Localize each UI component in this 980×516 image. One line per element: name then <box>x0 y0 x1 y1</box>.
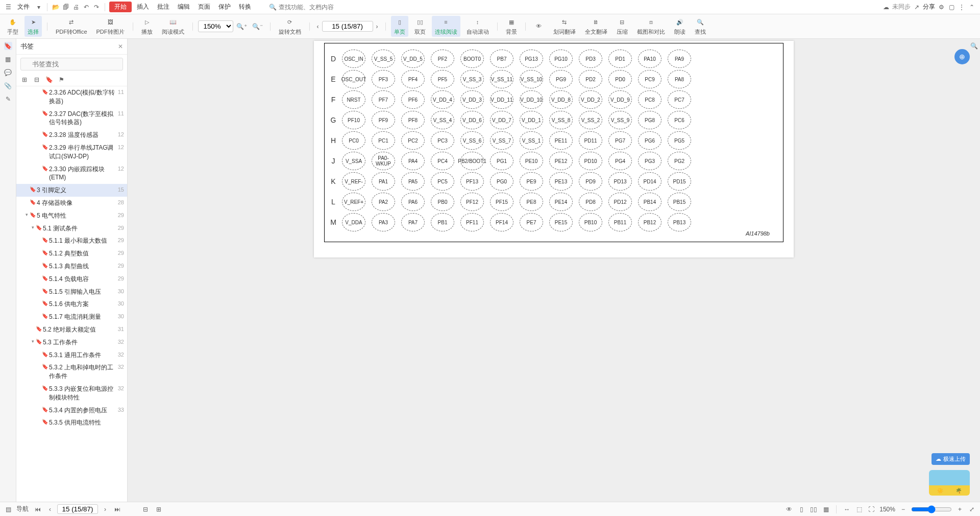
share-icon[interactable]: ↗ <box>913 3 921 11</box>
bookmark-item[interactable]: 🔖5.1.2 典型数值29 <box>16 247 127 260</box>
bookmark-item[interactable]: 🔖5.2 绝对最大额定值31 <box>16 323 127 336</box>
bookmark-item[interactable]: 🔖3 引脚定义15 <box>16 184 127 197</box>
bookmark-item[interactable]: 🔖5.1.7 电流消耗测量30 <box>16 311 127 323</box>
next-page-icon[interactable]: › <box>374 22 380 31</box>
undo-icon[interactable]: ↶ <box>82 3 90 11</box>
fit-minus-icon[interactable]: ⊟ <box>141 505 150 514</box>
view-mode-icon[interactable]: 👁 <box>785 505 793 513</box>
save-icon[interactable]: 🗐 <box>62 3 70 11</box>
compare-button[interactable]: ⧈截图和对比 <box>634 16 668 37</box>
zoom-out-status-icon[interactable]: − <box>899 505 907 514</box>
layout1-icon[interactable]: ▯ <box>797 505 805 513</box>
collapse-all-icon[interactable]: ⊟ <box>33 76 41 84</box>
compress-button[interactable]: ⊟压缩 <box>614 16 631 37</box>
bookmark-item[interactable]: 🔖5.3.2 上电和掉电时的工作条件32 <box>16 361 127 383</box>
fullscreen-icon[interactable]: ⛶ <box>867 505 875 513</box>
bookmark-item[interactable]: 🔖2.3.30 内嵌跟踪模块(ETM)12 <box>16 163 127 184</box>
assistant-badge[interactable]: ⊕ <box>954 49 970 64</box>
thumbnail-tab-icon[interactable]: ▦ <box>4 55 12 63</box>
bookmark-item[interactable]: 🔖5.3.3 内嵌复位和电源控制模块特性32 <box>16 383 127 404</box>
single-page[interactable]: ▯单页 <box>391 16 408 37</box>
status-page-input[interactable] <box>57 504 98 514</box>
start-tab[interactable]: 开始 <box>109 2 132 12</box>
skin-icon[interactable]: ▢ <box>947 3 955 11</box>
bookmark-item[interactable]: 🔖2.3.26 ADC(模拟/数字转换器)11 <box>16 86 127 108</box>
edit-tab[interactable]: 编辑 <box>175 2 193 12</box>
select-tool[interactable]: ➤选择 <box>24 16 42 37</box>
cloud-icon[interactable]: ☁ <box>882 3 890 11</box>
comment-tab-icon[interactable]: 💬 <box>4 68 12 77</box>
dict-translate[interactable]: ⇆划词翻译 <box>550 16 579 37</box>
promo-float[interactable]: ☀️ 🌴 <box>929 470 970 496</box>
convert-tab[interactable]: 转换 <box>236 2 254 12</box>
bookmark-opt-icon[interactable]: ⚑ <box>57 76 65 84</box>
pdf-to-image[interactable]: 🖼PDF转图片 <box>93 16 128 37</box>
hamburger-icon[interactable]: ☰ <box>4 3 12 11</box>
bookmark-item[interactable]: 🔖2.3.27 DAC(数字至模拟信号转换器)11 <box>16 108 127 129</box>
prev-page-icon[interactable]: ‹ <box>315 22 321 31</box>
prev-page-status-icon[interactable]: ‹ <box>47 505 53 514</box>
protect-tab[interactable]: 保护 <box>215 2 234 12</box>
bookmark-item[interactable]: 🔖5.3.5 供用电流特性 <box>16 416 127 429</box>
fit-plus-icon[interactable]: ⊞ <box>154 505 163 514</box>
next-page-status-icon[interactable]: › <box>102 505 108 514</box>
close-panel-icon[interactable]: ✕ <box>118 43 123 50</box>
bookmark-item[interactable]: 🔖5.1.4 负载电容29 <box>16 273 127 286</box>
nav-icon[interactable]: ▤ <box>4 505 12 513</box>
pdf-to-office[interactable]: ⇄PDF转Office <box>53 16 90 37</box>
background-button[interactable]: ▦背景 <box>503 16 520 37</box>
bookmark-item[interactable]: 🔖2.3.29 串行单线JTAG调试口(SWJ-DP)12 <box>16 142 127 163</box>
find-button[interactable]: 🔍查找 <box>692 16 709 37</box>
collapse-icon[interactable]: ⌃ <box>968 3 976 11</box>
bookmark-item[interactable]: 🔖4 存储器映像28 <box>16 197 127 209</box>
zoom-in-status-icon[interactable]: + <box>956 505 964 514</box>
zoom-in-icon[interactable]: 🔍⁺ <box>234 22 249 31</box>
eye-protect[interactable]: 👁 <box>531 20 547 33</box>
redo-icon[interactable]: ↷ <box>92 3 101 11</box>
print-icon[interactable]: 🖨 <box>72 3 80 11</box>
fit-page-icon[interactable]: ⬚ <box>855 505 863 513</box>
file-menu[interactable]: 文件 <box>14 2 33 12</box>
last-page-icon[interactable]: ⏭ <box>112 505 122 514</box>
document-viewport[interactable]: DOSC_INV_SS_5V_DD_5PF2BOOT0PB7PG13PG10PD… <box>128 39 980 502</box>
bookmark-item[interactable]: 🔖5.3.4 内置的参照电压33 <box>16 404 127 417</box>
bookmark-item[interactable]: 🔖5.1.5 引脚输入电压30 <box>16 286 127 298</box>
first-page-icon[interactable]: ⏮ <box>33 505 43 514</box>
full-translate[interactable]: 🗎全文翻译 <box>582 16 610 37</box>
open-icon[interactable]: 📂 <box>52 3 60 11</box>
fit-width-icon[interactable]: ↔ <box>843 505 851 513</box>
insert-tab[interactable]: 插入 <box>134 2 152 12</box>
layout2-icon[interactable]: ▯▯ <box>810 505 818 513</box>
zoom-slider[interactable] <box>911 505 952 513</box>
continuous-read[interactable]: ≡连续阅读 <box>432 16 460 37</box>
hand-tool[interactable]: ✋手型 <box>4 16 21 37</box>
chevron-down-icon[interactable]: ▾ <box>35 3 43 11</box>
global-search[interactable]: 🔍 <box>268 3 340 11</box>
zoom-out-icon[interactable]: 🔍⁻ <box>250 22 265 31</box>
read-mode[interactable]: 📖阅读模式 <box>159 16 187 37</box>
bookmark-item[interactable]: 🔖5.3.1 通用工作条件32 <box>16 349 127 362</box>
bookmark-tab-icon[interactable]: 🔖 <box>4 42 12 50</box>
page-number-input[interactable] <box>322 21 373 32</box>
bookmark-item[interactable]: 🔖2.3.28 温度传感器12 <box>16 129 127 142</box>
layout3-icon[interactable]: ▦ <box>822 505 830 513</box>
right-search-icon[interactable]: 🔍 <box>970 42 978 50</box>
bookmark-list[interactable]: 🔖2.3.26 ADC(模拟/数字转换器)11🔖2.3.27 DAC(数字至模拟… <box>16 86 127 502</box>
page-tab[interactable]: 页面 <box>195 2 213 12</box>
bookmark-add-icon[interactable]: 🔖 <box>45 76 53 84</box>
review-tab[interactable]: 批注 <box>154 2 173 12</box>
expand-status-icon[interactable]: ⤢ <box>968 505 976 513</box>
bookmark-item[interactable]: ▾🔖5 电气特性29 <box>16 209 127 222</box>
bookmark-item[interactable]: ▾🔖5.1 测试条件29 <box>16 222 127 235</box>
rotate-button[interactable]: ⟳旋转文档 <box>276 16 304 37</box>
more-icon[interactable]: ⋮ <box>958 3 966 11</box>
bookmark-item[interactable]: ▾🔖5.3 工作条件32 <box>16 336 127 349</box>
zoom-select[interactable]: 150% <box>198 20 233 32</box>
share-label[interactable]: 分享 <box>923 3 935 11</box>
bookmark-search-input[interactable] <box>20 58 123 71</box>
upload-float[interactable]: ☁极速上传 <box>932 453 970 465</box>
bookmark-item[interactable]: 🔖5.1.3 典型曲线29 <box>16 260 127 273</box>
read-aloud[interactable]: 🔊朗读 <box>671 16 689 37</box>
play-button[interactable]: ▷播放 <box>138 16 156 37</box>
bookmark-item[interactable]: 🔖5.1.1 最小和最大数值29 <box>16 234 127 247</box>
